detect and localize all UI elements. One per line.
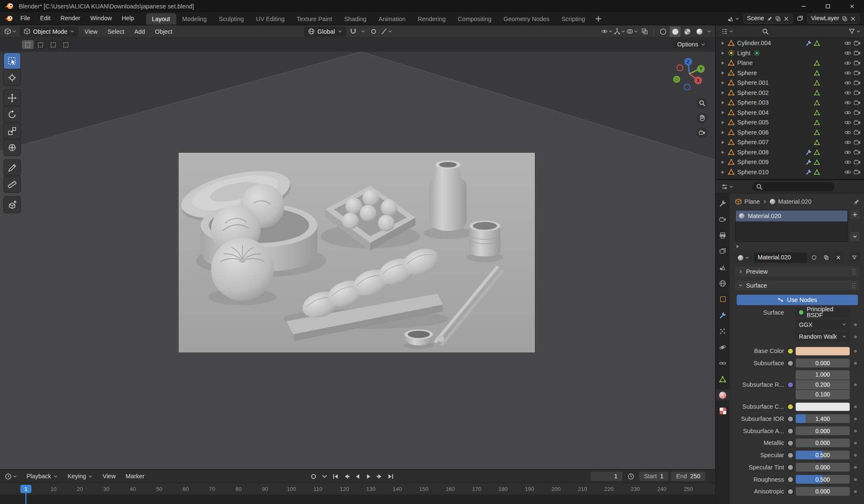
properties-tab-physics[interactable] bbox=[716, 342, 730, 353]
tool-move[interactable] bbox=[4, 90, 20, 106]
outliner-filter-button[interactable] bbox=[848, 28, 861, 35]
workspace-tab[interactable]: Modeling bbox=[176, 13, 213, 24]
close-button[interactable] bbox=[840, 0, 864, 12]
menu-item[interactable]: Edit bbox=[35, 12, 55, 25]
material-specials-button[interactable] bbox=[850, 232, 859, 241]
value-slider[interactable]: 1.400 bbox=[796, 414, 850, 423]
value-slider[interactable]: 0.000 bbox=[796, 439, 850, 447]
pin-icon[interactable] bbox=[767, 16, 772, 21]
editor-type-button[interactable] bbox=[2, 26, 19, 37]
disable-in-render-icon[interactable] bbox=[853, 119, 861, 126]
viewport-menu-item[interactable]: Add bbox=[129, 28, 150, 34]
auto-keying-toggle[interactable] bbox=[308, 471, 319, 481]
value-slider[interactable]: 0.000 bbox=[796, 463, 850, 472]
pin-icon[interactable] bbox=[853, 199, 859, 205]
expand-icon[interactable] bbox=[720, 170, 725, 175]
current-frame-field[interactable]: 1 bbox=[591, 472, 623, 481]
overlays-dropdown[interactable] bbox=[626, 26, 638, 37]
decorator-dot[interactable] bbox=[854, 429, 857, 432]
expand-icon[interactable] bbox=[720, 60, 725, 65]
outliner-row[interactable]: Plane bbox=[716, 58, 864, 68]
menu-item[interactable]: Help bbox=[117, 12, 139, 25]
workspace-tab[interactable]: Scripting bbox=[556, 13, 591, 24]
hide-in-viewport-icon[interactable] bbox=[844, 109, 851, 116]
disable-in-render-icon[interactable] bbox=[853, 99, 861, 106]
hide-in-viewport-icon[interactable] bbox=[844, 119, 851, 126]
jump-to-end-button[interactable] bbox=[386, 471, 396, 481]
timeline-menu-item[interactable]: Marker bbox=[121, 473, 149, 479]
timeline-track-area[interactable] bbox=[0, 495, 715, 504]
workspace-tab[interactable]: Animation bbox=[373, 13, 412, 24]
outliner-row[interactable]: Sphere.002 bbox=[716, 88, 864, 98]
tool-annotate[interactable] bbox=[4, 160, 20, 176]
decorator-dot[interactable] bbox=[854, 323, 857, 326]
properties-tab-render[interactable] bbox=[716, 214, 730, 225]
workspace-tab[interactable]: Sculpting bbox=[213, 13, 250, 24]
properties-tab-object[interactable] bbox=[716, 294, 730, 305]
decorator-dot[interactable] bbox=[854, 417, 857, 420]
visibility-dropdown[interactable] bbox=[601, 26, 613, 37]
camera-view[interactable] bbox=[178, 153, 535, 353]
xray-toggle[interactable] bbox=[639, 26, 650, 37]
surface-shader-dropdown[interactable]: Principled BSDF bbox=[796, 307, 850, 317]
hide-in-viewport-icon[interactable] bbox=[844, 159, 851, 166]
disable-in-render-icon[interactable] bbox=[853, 168, 861, 175]
timeline-menu-item[interactable]: View bbox=[98, 473, 121, 479]
hide-in-viewport-icon[interactable] bbox=[844, 49, 851, 57]
material-name-field[interactable]: Material.020 bbox=[754, 252, 807, 263]
properties-tab-particles[interactable] bbox=[716, 326, 730, 337]
proportional-falloff-dropdown[interactable] bbox=[381, 26, 392, 37]
tool-scale[interactable] bbox=[4, 123, 20, 139]
outliner-row[interactable]: Sphere.005 bbox=[716, 117, 864, 127]
viewport-menu-item[interactable]: View bbox=[80, 28, 103, 34]
new-scene-icon[interactable] bbox=[775, 16, 780, 21]
hide-in-viewport-icon[interactable] bbox=[844, 69, 851, 76]
scene-browse-button[interactable] bbox=[725, 13, 741, 24]
preview-range-toggle[interactable] bbox=[625, 471, 636, 482]
tool-rotate[interactable] bbox=[4, 106, 20, 122]
distribution-dropdown[interactable]: GGX bbox=[796, 320, 850, 329]
menu-item[interactable]: Render bbox=[56, 12, 86, 25]
hide-in-viewport-icon[interactable] bbox=[844, 59, 851, 66]
viewport-menu-item[interactable]: Select bbox=[103, 28, 129, 34]
tool-measure[interactable] bbox=[4, 176, 20, 192]
properties-tab-modifiers[interactable] bbox=[716, 310, 730, 321]
new-viewlayer-icon[interactable] bbox=[842, 16, 848, 21]
hide-in-viewport-icon[interactable] bbox=[844, 168, 851, 175]
maximize-button[interactable] bbox=[815, 0, 840, 12]
decorator-dot[interactable] bbox=[854, 478, 857, 481]
blender-menu-icon[interactable] bbox=[4, 15, 13, 22]
color-swatch[interactable] bbox=[796, 402, 850, 411]
remove-viewlayer-icon[interactable] bbox=[850, 16, 856, 21]
shading-options-dropdown[interactable] bbox=[706, 26, 712, 37]
browse-material-button[interactable] bbox=[735, 252, 752, 263]
viewlayer-selector[interactable]: ViewLayer bbox=[807, 13, 859, 24]
show-gizmo-dropdown[interactable] bbox=[614, 26, 625, 37]
scene-selector[interactable]: Scene bbox=[743, 13, 793, 24]
new-material-button[interactable] bbox=[821, 252, 832, 263]
preview-panel-header[interactable]: Preview bbox=[735, 267, 859, 277]
add-material-slot-button[interactable] bbox=[850, 210, 859, 219]
start-frame-field[interactable]: Start1 bbox=[639, 472, 669, 481]
subsurface-method-dropdown[interactable]: Random Walk bbox=[796, 332, 850, 341]
breadcrumb-material[interactable]: Material.020 bbox=[778, 199, 811, 205]
slot-expander[interactable] bbox=[735, 243, 859, 250]
disable-in-render-icon[interactable] bbox=[853, 109, 861, 116]
timeline-editor-type-button[interactable] bbox=[3, 471, 19, 482]
select-mode-subtract[interactable] bbox=[47, 40, 59, 49]
shading-material-button[interactable] bbox=[682, 26, 693, 37]
properties-tab-output[interactable] bbox=[716, 230, 730, 241]
expand-icon[interactable] bbox=[720, 70, 725, 75]
outliner-row[interactable]: Sphere.008 bbox=[716, 147, 864, 157]
disable-in-render-icon[interactable] bbox=[853, 89, 861, 96]
snap-toggle[interactable] bbox=[348, 26, 359, 37]
workspace-tab[interactable]: Texture Paint bbox=[291, 13, 338, 24]
value-slider[interactable]: 0.500 bbox=[796, 450, 850, 459]
end-frame-field[interactable]: End250 bbox=[671, 472, 705, 481]
outliner-row[interactable]: Sphere.009 bbox=[716, 157, 864, 167]
expand-icon[interactable] bbox=[720, 110, 725, 115]
play-button[interactable] bbox=[364, 471, 374, 481]
timeline-ruler[interactable]: 1102030405060708090100110120130140150160… bbox=[0, 483, 715, 495]
decorator-dot[interactable] bbox=[854, 454, 857, 457]
timeline-menu-item[interactable]: Keying bbox=[62, 473, 97, 479]
